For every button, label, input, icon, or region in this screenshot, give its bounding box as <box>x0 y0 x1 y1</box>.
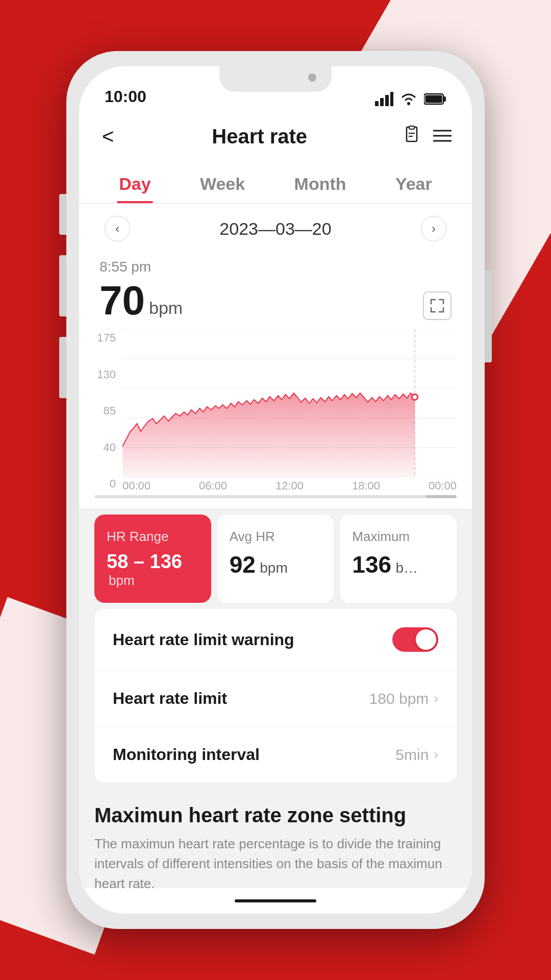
svg-rect-9 <box>409 126 414 129</box>
phone-btn-vol-down <box>59 337 66 398</box>
wifi-icon <box>399 92 418 106</box>
monitoring-interval-chevron: › <box>434 747 438 763</box>
tab-day[interactable]: Day <box>109 166 161 203</box>
heart-rate-chart: 175 130 85 40 0 <box>94 329 457 493</box>
chart-unit: bpm <box>149 298 183 318</box>
svg-rect-3 <box>390 92 393 106</box>
current-date: 2023—03—20 <box>219 219 331 239</box>
hr-limit-label: Heart rate limit <box>113 689 227 708</box>
stats-cards: HR Range 58 – 136 bpm Avg HR 92 bpm Maxi… <box>79 514 472 603</box>
main-content: < Heart rate <box>79 112 472 888</box>
tab-month[interactable]: Month <box>284 166 357 203</box>
monitoring-interval-value: 5min › <box>395 746 438 764</box>
chart-svg <box>122 329 457 477</box>
x-label-1200: 12:00 <box>276 479 304 493</box>
hr-limit-value: 180 bpm › <box>369 690 438 707</box>
period-tabs: Day Week Month Year <box>79 161 472 204</box>
next-date-button[interactable]: › <box>421 216 446 241</box>
svg-rect-2 <box>385 95 389 106</box>
hr-limit-warning-label: Heart rate limit warning <box>113 630 294 649</box>
max-hr-value: 136 b… <box>352 551 444 578</box>
page-header: < Heart rate <box>79 112 472 161</box>
y-label-40: 40 <box>94 441 120 454</box>
zone-title: Maximun heart rate zone setting <box>94 804 457 827</box>
hr-range-card: HR Range 58 – 136 bpm <box>94 514 211 603</box>
x-label-0000: 00:00 <box>122 479 151 493</box>
chart-time: 8:55 pm <box>99 259 183 275</box>
zone-description: The maximun heart rate percentage is to … <box>94 834 457 888</box>
prev-date-button[interactable]: ‹ <box>105 216 130 241</box>
back-button[interactable]: < <box>99 122 116 151</box>
phone-btn-power <box>485 271 492 362</box>
phone-btn-mute <box>59 194 66 235</box>
y-axis-labels: 175 130 85 40 0 <box>94 329 120 493</box>
hr-range-value: 58 – 136 bpm <box>107 551 199 589</box>
list-button[interactable] <box>433 126 452 148</box>
chart-section: 8:55 pm 70 bpm <box>79 254 472 508</box>
notch <box>219 66 332 92</box>
settings-section: Heart rate limit warning Heart rate limi… <box>94 609 457 782</box>
phone-frame: 10:00 <box>66 51 485 929</box>
x-label-1800: 18:00 <box>352 479 380 493</box>
hr-limit-warning-row: Heart rate limit warning <box>94 609 457 671</box>
y-label-85: 85 <box>94 404 120 418</box>
x-label-0000-end: 00:00 <box>429 479 457 493</box>
hr-limit-row[interactable]: Heart rate limit 180 bpm › <box>94 671 457 727</box>
svg-rect-6 <box>443 96 446 102</box>
expand-chart-button[interactable] <box>423 291 452 320</box>
monitoring-interval-row[interactable]: Monitoring interval 5min › <box>94 727 457 782</box>
date-navigation: ‹ 2023—03—20 › <box>79 204 472 254</box>
hr-limit-warning-toggle[interactable] <box>392 627 438 652</box>
max-hr-label: Maximum <box>352 529 444 545</box>
svg-rect-1 <box>380 98 384 106</box>
monitoring-interval-label: Monitoring interval <box>113 745 260 764</box>
x-label-0600: 06:00 <box>199 479 227 493</box>
avg-hr-value: 92 bpm <box>230 551 322 578</box>
y-label-130: 130 <box>94 368 120 381</box>
page-title: Heart rate <box>212 125 307 148</box>
avg-hr-card: Avg HR 92 bpm <box>217 514 334 603</box>
hr-limit-chevron: › <box>434 691 438 706</box>
phone-btn-vol-up <box>59 255 66 316</box>
hr-range-label: HR Range <box>107 529 199 545</box>
front-camera <box>308 74 316 82</box>
header-actions <box>403 125 452 148</box>
max-hr-card: Maximum 136 b… <box>340 514 457 603</box>
chart-scroll-bar <box>79 493 472 498</box>
clipboard-button[interactable] <box>403 125 421 148</box>
tab-week[interactable]: Week <box>190 166 255 203</box>
chart-current-info: 8:55 pm 70 bpm <box>99 259 183 324</box>
status-time: 10:00 <box>105 87 146 106</box>
y-label-175: 175 <box>94 331 120 345</box>
svg-rect-7 <box>425 95 442 103</box>
zone-setting-section: Maximun heart rate zone setting The maxi… <box>79 789 472 888</box>
home-indicator <box>235 899 316 902</box>
svg-point-4 <box>407 102 410 105</box>
x-axis-labels: 00:00 06:00 12:00 18:00 00:00 <box>122 479 457 493</box>
battery-icon <box>424 92 446 106</box>
status-icons <box>375 92 446 106</box>
signal-icon <box>375 92 393 106</box>
svg-point-23 <box>413 395 417 399</box>
y-label-0: 0 <box>94 477 120 491</box>
avg-hr-label: Avg HR <box>230 529 322 545</box>
chart-value: 70 <box>99 277 145 324</box>
svg-rect-0 <box>375 101 379 106</box>
tab-year[interactable]: Year <box>385 166 442 203</box>
